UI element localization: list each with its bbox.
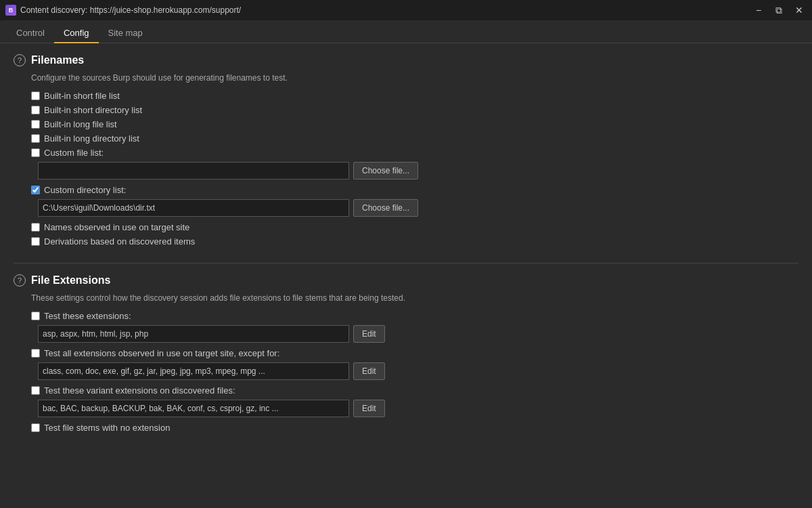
edit-ext-button-2[interactable]: Edit xyxy=(353,362,385,380)
title-bar: B Content discovery: https://juice-shop.… xyxy=(0,0,812,20)
file-extensions-description: These settings control how the discovery… xyxy=(31,293,798,303)
checkbox-custom-dir[interactable] xyxy=(31,186,40,194)
choose-file-button[interactable]: Choose file... xyxy=(353,162,418,179)
checkbox-row-test-ext: Test these extensions: xyxy=(31,311,798,321)
filenames-header: ? Filenames xyxy=(14,54,798,66)
checkbox-stem-no-ext[interactable] xyxy=(31,423,40,432)
file-input-row-custom-dir: Choose file... xyxy=(38,199,798,217)
edit-ext-button-3[interactable]: Edit xyxy=(353,400,385,417)
ext-input-row-1: Edit xyxy=(38,325,798,343)
checkbox-row-custom-dir: Custom directory list: xyxy=(31,185,798,195)
checkbox-row-stem-no-ext: Test file stems with no extension xyxy=(31,423,798,433)
edit-ext-button-1[interactable]: Edit xyxy=(353,325,385,343)
label-custom-dir[interactable]: Custom directory list: xyxy=(44,185,126,195)
tab-control[interactable]: Control xyxy=(7,24,54,43)
close-button[interactable]: ✕ xyxy=(792,3,807,18)
file-extensions-title: File Extensions xyxy=(31,274,110,287)
label-custom-file[interactable]: Custom file list: xyxy=(44,148,104,158)
filenames-description: Configure the sources Burp should use fo… xyxy=(31,73,798,83)
variant-ext-input[interactable] xyxy=(38,400,349,417)
test-ext-input[interactable] xyxy=(38,325,349,343)
checkbox-row-names-observed: Names observed in use on target site xyxy=(31,222,798,232)
label-short-file[interactable]: Built-in short file list xyxy=(44,91,120,101)
checkbox-derivations[interactable] xyxy=(31,237,40,246)
filenames-section: ? Filenames Configure the sources Burp s… xyxy=(14,54,798,247)
checkbox-custom-file[interactable] xyxy=(31,148,40,157)
label-long-file[interactable]: Built-in long file list xyxy=(44,119,117,129)
label-all-ext[interactable]: Test all extensions observed in use on t… xyxy=(44,348,279,358)
label-short-dir[interactable]: Built-in short directory list xyxy=(44,105,142,115)
checkbox-row-short-dir: Built-in short directory list xyxy=(31,105,798,115)
checkbox-long-dir[interactable] xyxy=(31,134,40,143)
ext-input-row-3: Edit xyxy=(38,400,798,417)
checkbox-row-long-dir: Built-in long directory list xyxy=(31,133,798,144)
choose-dir-button[interactable]: Choose file... xyxy=(353,199,418,217)
window-controls: − ⧉ ✕ xyxy=(751,3,807,18)
file-extensions-header: ? File Extensions xyxy=(14,274,798,287)
all-ext-input[interactable] xyxy=(38,362,349,380)
app-icon: B xyxy=(5,5,16,16)
file-extensions-section: ? File Extensions These settings control… xyxy=(14,274,798,433)
section-divider xyxy=(14,263,798,263)
checkbox-test-ext[interactable] xyxy=(31,312,40,320)
custom-dir-input[interactable] xyxy=(38,199,349,217)
minimize-button[interactable]: − xyxy=(751,3,766,18)
ext-input-row-2: Edit xyxy=(38,362,798,380)
checkbox-names-observed[interactable] xyxy=(31,223,40,232)
checkbox-row-custom-file: Custom file list: xyxy=(31,148,798,158)
label-stem-no-ext[interactable]: Test file stems with no extension xyxy=(44,423,170,433)
main-content: ? Filenames Configure the sources Burp s… xyxy=(0,43,812,508)
label-derivations[interactable]: Derivations based on discovered items xyxy=(44,236,195,247)
filenames-help-icon[interactable]: ? xyxy=(14,54,26,66)
checkbox-row-short-file: Built-in short file list xyxy=(31,91,798,101)
checkbox-short-dir[interactable] xyxy=(31,106,40,114)
filenames-title: Filenames xyxy=(31,54,84,66)
window-title: Content discovery: https://juice-shop.he… xyxy=(20,5,241,15)
checkbox-all-ext[interactable] xyxy=(31,349,40,358)
checkbox-row-derivations: Derivations based on discovered items xyxy=(31,236,798,247)
checkbox-row-all-ext: Test all extensions observed in use on t… xyxy=(31,348,798,358)
checkbox-long-file[interactable] xyxy=(31,120,40,129)
file-extensions-help-icon[interactable]: ? xyxy=(14,274,26,287)
file-input-row-custom-file: Choose file... xyxy=(38,162,798,179)
label-long-dir[interactable]: Built-in long directory list xyxy=(44,133,139,144)
tab-bar: Control Config Site map xyxy=(0,20,812,43)
label-variant-ext[interactable]: Test these variant extensions on discove… xyxy=(44,385,235,396)
checkbox-row-variant-ext: Test these variant extensions on discove… xyxy=(31,385,798,396)
checkbox-row-long-file: Built-in long file list xyxy=(31,119,798,129)
maximize-button[interactable]: ⧉ xyxy=(771,3,786,18)
checkbox-variant-ext[interactable] xyxy=(31,386,40,395)
custom-file-input[interactable] xyxy=(38,162,349,179)
checkbox-short-file[interactable] xyxy=(31,91,40,100)
title-bar-left: B Content discovery: https://juice-shop.… xyxy=(5,5,241,16)
tab-config[interactable]: Config xyxy=(54,24,99,43)
label-names-observed[interactable]: Names observed in use on target site xyxy=(44,222,189,232)
label-test-ext[interactable]: Test these extensions: xyxy=(44,311,131,321)
tab-sitemap[interactable]: Site map xyxy=(99,24,152,43)
